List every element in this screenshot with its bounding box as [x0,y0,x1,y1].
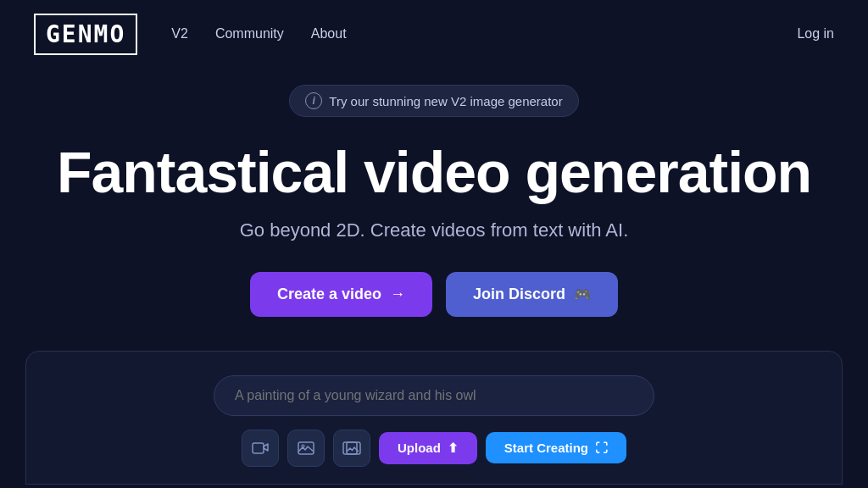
bottom-panel: Upload Start Creating [25,351,843,485]
nav-link-v2[interactable]: V2 [171,26,188,42]
nav-link-about[interactable]: About [311,26,347,42]
nav-links: V2 Community About [171,26,346,42]
expand-icon [595,441,608,455]
join-discord-button[interactable]: Join Discord [446,272,618,317]
login-button[interactable]: Log in [797,26,834,42]
prompt-input[interactable] [214,375,654,416]
nav-link-community[interactable]: Community [215,26,284,42]
logo[interactable]: GENMO [34,14,137,55]
create-video-label: Create a video [277,286,381,303]
hero-subtitle: Go beyond 2D. Create videos from text wi… [240,219,629,241]
discord-icon [574,286,591,303]
hero-title: Fantastical video generation [57,141,811,204]
upload-icon [448,441,459,456]
arrow-right-icon [390,286,405,303]
join-discord-label: Join Discord [473,286,565,303]
video-icon-button[interactable] [242,430,279,467]
announcement-bar[interactable]: i Try our stunning new V2 image generato… [289,85,578,117]
cta-buttons: Create a video Join Discord [250,272,618,317]
announcement-text: Try our stunning new V2 image generator [329,94,562,108]
navbar: GENMO V2 Community About Log in [0,0,868,68]
svg-rect-0 [253,443,264,453]
bottom-controls: Upload Start Creating [242,430,626,467]
upload-button[interactable]: Upload [379,432,477,464]
start-creating-button[interactable]: Start Creating [486,432,626,463]
image-icon-button[interactable] [287,430,325,467]
hero-section: i Try our stunning new V2 image generato… [0,68,868,351]
create-video-button[interactable]: Create a video [250,272,432,317]
upload-label: Upload [398,441,441,455]
info-icon: i [305,92,322,109]
gallery-icon-button[interactable] [333,430,370,467]
start-creating-label: Start Creating [504,441,588,455]
